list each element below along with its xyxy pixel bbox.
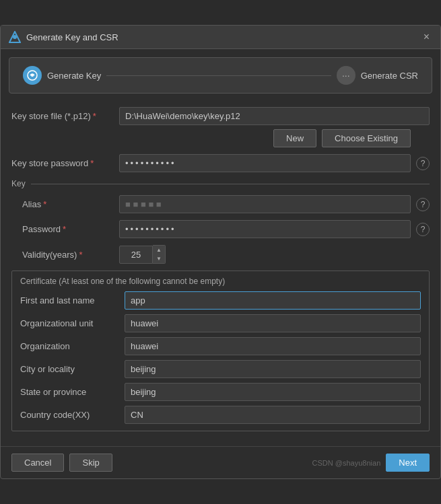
content-area: Key store file (*.p12)* New Choose Exist…: [1, 102, 440, 446]
title-bar: Generate Key and CSR ×: [1, 26, 440, 49]
step-icon-2: ···: [342, 70, 350, 81]
new-button[interactable]: New: [273, 129, 316, 147]
cert-row-4: State or province: [20, 383, 421, 401]
validity-label: Validity(years)*: [11, 250, 119, 260]
watermark: CSDN @shayu8nian: [312, 459, 381, 467]
key-password-input[interactable]: [119, 220, 411, 238]
cert-row-1: Organizational unit: [20, 314, 421, 332]
cancel-button[interactable]: Cancel: [11, 454, 64, 472]
cert-input-1[interactable]: [125, 314, 421, 332]
key-store-password-label: Key store password*: [11, 158, 119, 168]
choose-existing-button[interactable]: Choose Existing: [322, 129, 411, 147]
cert-label-4: State or province: [20, 387, 125, 397]
file-action-buttons: New Choose Existing: [11, 129, 430, 147]
footer-left-buttons: Cancel Skip: [11, 454, 112, 472]
close-button[interactable]: ×: [421, 32, 432, 42]
key-store-password-help[interactable]: ?: [416, 157, 430, 170]
alias-help[interactable]: ?: [416, 198, 430, 211]
key-password-help[interactable]: ?: [416, 223, 430, 236]
dialog: Generate Key and CSR × Generate Key ··· …: [0, 25, 441, 479]
cert-row-5: Country code(XX): [20, 406, 421, 424]
alias-input[interactable]: [119, 195, 411, 213]
alias-row: Alias* ?: [11, 195, 430, 213]
certificate-section: Certificate (At least one of the followi…: [11, 271, 430, 431]
cert-input-2[interactable]: [125, 337, 421, 355]
cert-row-0: First and last name: [20, 291, 421, 310]
validity-spinner: ▲ ▼: [119, 245, 166, 264]
cert-input-0[interactable]: [125, 291, 421, 310]
alias-label: Alias*: [11, 199, 119, 209]
key-section-label: Key: [11, 179, 26, 188]
key-password-label: Password*: [11, 224, 119, 234]
generate-key-icon: [27, 70, 38, 81]
next-button[interactable]: Next: [386, 454, 430, 472]
footer: Cancel Skip CSDN @shayu8nian Next: [1, 446, 440, 478]
title-bar-left: Generate Key and CSR: [9, 31, 118, 43]
svg-point-3: [31, 74, 34, 77]
step-connector: [106, 75, 331, 76]
steps-bar: Generate Key ··· Generate CSR: [9, 57, 432, 94]
cert-input-5[interactable]: [125, 406, 421, 424]
cert-row-3: City or locality: [20, 360, 421, 378]
cert-label-5: Country code(XX): [20, 410, 125, 420]
key-store-file-input[interactable]: [119, 107, 430, 125]
key-section-line: [31, 184, 430, 184]
step-generate-key: Generate Key: [23, 66, 101, 85]
skip-button[interactable]: Skip: [69, 454, 112, 472]
step-generate-csr: ··· Generate CSR: [337, 66, 418, 85]
key-password-row: Password* ?: [11, 220, 430, 238]
spinner-down[interactable]: ▼: [153, 254, 165, 263]
footer-right: CSDN @shayu8nian Next: [312, 454, 430, 472]
key-store-file-label: Key store file (*.p12)*: [11, 111, 119, 121]
step-label-1: Generate Key: [47, 71, 101, 81]
step-label-2: Generate CSR: [361, 71, 418, 81]
cert-label-3: City or locality: [20, 364, 125, 374]
app-icon: [9, 31, 21, 43]
key-store-password-row: Key store password* ?: [11, 154, 430, 172]
step-circle-1: [23, 66, 42, 85]
svg-point-1: [13, 35, 17, 39]
validity-input[interactable]: [119, 246, 153, 264]
cert-label-1: Organizational unit: [20, 318, 125, 328]
key-store-file-row: Key store file (*.p12)*: [11, 107, 430, 125]
cert-input-4[interactable]: [125, 383, 421, 401]
cert-note: Certificate (At least one of the followi…: [20, 277, 421, 286]
spinner-up[interactable]: ▲: [153, 246, 165, 254]
dialog-title: Generate Key and CSR: [26, 32, 118, 42]
key-section-header: Key: [11, 179, 430, 188]
validity-row: Validity(years)* ▲ ▼: [11, 245, 430, 264]
key-store-password-input[interactable]: [119, 154, 411, 172]
cert-label-0: First and last name: [20, 295, 125, 305]
spinner-buttons: ▲ ▼: [153, 245, 166, 264]
cert-input-3[interactable]: [125, 360, 421, 378]
cert-row-2: Organization: [20, 337, 421, 355]
step-circle-2: ···: [337, 66, 355, 85]
cert-label-2: Organization: [20, 341, 125, 351]
